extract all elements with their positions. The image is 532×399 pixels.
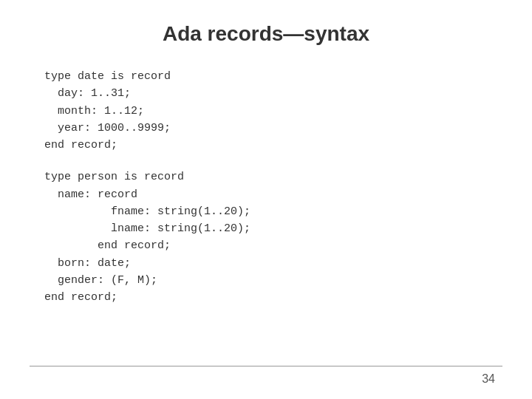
- code-block-1: type date is record day: 1..31; month: 1…: [44, 68, 488, 154]
- bottom-divider: [30, 366, 502, 366]
- slide: Ada records—syntax type date is record d…: [0, 0, 532, 399]
- slide-title: Ada records—syntax: [44, 22, 488, 46]
- page-number: 34: [482, 372, 495, 386]
- code-block-2: type person is record name: record fname…: [44, 168, 488, 306]
